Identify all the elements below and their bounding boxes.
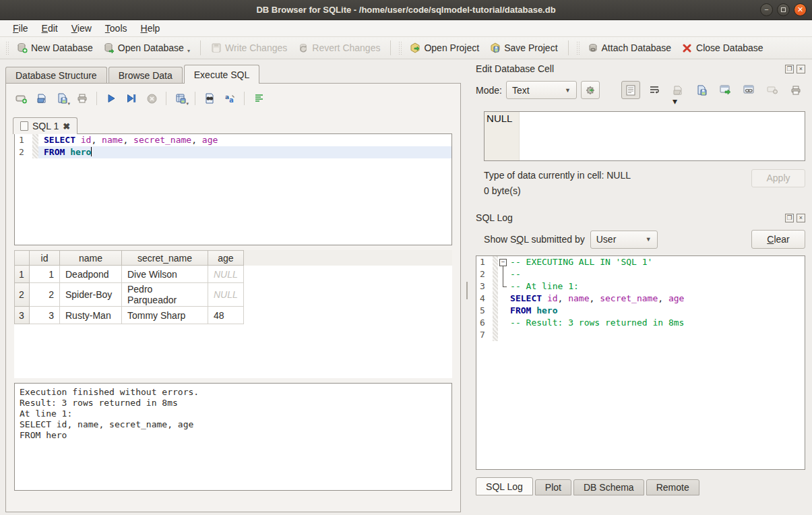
toolbar-drag-handle[interactable]	[5, 41, 9, 55]
cell-age[interactable]: NULL	[208, 266, 244, 283]
cell-info: Type of data currently in cell: NULL 0 b…	[469, 161, 812, 199]
save-as-icon	[696, 85, 707, 96]
sql-file-tabs: SQL 1 ✖	[6, 116, 460, 134]
open-in-external-app-button[interactable]	[716, 81, 735, 99]
window-title: DB Browser for SQLite - /home/user/code/…	[0, 5, 812, 15]
sql-log-view[interactable]: 1-- EXECUTING ALL IN 'SQL 1' 2-- 3-- At …	[476, 255, 805, 470]
column-header-id[interactable]: id	[30, 251, 60, 266]
editor-results-splitter[interactable]	[6, 245, 460, 250]
new-database-button[interactable]: New Database	[11, 40, 98, 56]
cell-id[interactable]: 3	[30, 307, 60, 324]
column-header-secret-name[interactable]: secret_name	[122, 251, 208, 266]
float-dock-icon[interactable]: ❐	[785, 214, 794, 222]
auto-switch-mode-button[interactable]	[581, 81, 600, 99]
tab-database-structure[interactable]: Database Structure	[5, 67, 107, 84]
attach-database-button[interactable]: Attach Database	[582, 40, 677, 56]
close-dock-icon[interactable]: ×	[797, 214, 805, 222]
revert-changes-button: Revert Changes	[292, 40, 385, 56]
save-results-button[interactable]: ▾	[172, 90, 189, 107]
menu-help[interactable]: Help	[135, 22, 166, 35]
line-number: 1	[15, 134, 32, 146]
sql-file-tab[interactable]: SQL 1 ✖	[13, 117, 77, 134]
minimize-button[interactable]: −	[760, 3, 773, 16]
find-replace-button[interactable]	[201, 90, 218, 107]
edit-cell-title: Edit Database Cell	[476, 63, 785, 74]
write-changes-button: Write Changes	[206, 40, 292, 56]
word-wrap-button[interactable]	[645, 81, 664, 99]
cell-secret-name[interactable]: Tommy Sharp	[122, 307, 208, 324]
tab-plot[interactable]: Plot	[535, 479, 571, 495]
tab-execute-sql[interactable]: Execute SQL	[184, 65, 260, 84]
open-database-dropdown-arrow[interactable]: ▾	[187, 48, 190, 54]
close-dock-icon[interactable]: ×	[797, 65, 805, 73]
copy-link-button[interactable]	[739, 81, 758, 99]
toolbar-drag-handle-3[interactable]	[576, 41, 580, 55]
save-results-icon	[175, 93, 186, 104]
results-header-row: id name secret_name age	[15, 251, 244, 266]
sql-editor[interactable]: 1 SELECT id, name, secret_name, age 2 FR…	[14, 133, 452, 245]
cell-secret-name[interactable]: Pedro Parqueador	[122, 283, 208, 307]
chevron-down-icon: ▼	[565, 87, 571, 94]
open-database-button[interactable]: Open Database ▾	[98, 40, 195, 56]
cell-name[interactable]: Deadpond	[60, 266, 122, 283]
table-row[interactable]: 3 3 Rusty-Man Tommy Sharp 48	[15, 307, 244, 324]
tab-browse-data[interactable]: Browse Data	[108, 67, 183, 84]
cell-secret-name[interactable]: Dive Wilson	[122, 266, 208, 283]
clear-log-button[interactable]: Clear	[751, 230, 805, 249]
text-mode-button[interactable]	[621, 81, 640, 99]
cell-name[interactable]: Rusty-Man	[60, 307, 122, 324]
column-header-name[interactable]: name	[60, 251, 122, 266]
close-button[interactable]: ✕	[794, 3, 807, 16]
cell-id[interactable]: 1	[30, 266, 60, 283]
execute-all-button[interactable]	[102, 90, 120, 107]
menu-tools[interactable]: Tools	[99, 22, 133, 35]
open-sql-file-button[interactable]	[33, 90, 51, 107]
toolbar-drag-handle-2[interactable]	[398, 41, 402, 55]
gear-icon	[585, 85, 596, 96]
open-new-tab-button[interactable]	[13, 90, 30, 107]
open-project-button[interactable]: Open Project	[404, 40, 485, 56]
cell-age[interactable]: NULL	[208, 283, 244, 307]
execute-all-icon	[106, 94, 116, 103]
print-sql-button[interactable]	[73, 90, 91, 107]
corner-header[interactable]	[15, 251, 30, 266]
close-sql-tab-icon[interactable]: ✖	[63, 121, 70, 131]
line-number: 2	[15, 146, 32, 158]
mode-select[interactable]: Text ▼	[506, 81, 577, 99]
column-header-age[interactable]: age	[208, 251, 244, 266]
submitted-by-select[interactable]: User ▼	[590, 231, 658, 249]
cell-name[interactable]: Spider-Boy	[60, 283, 122, 307]
tab-sql-log[interactable]: SQL Log	[476, 477, 533, 495]
float-dock-icon[interactable]: ❐	[785, 65, 794, 73]
write-changes-icon	[211, 42, 222, 53]
tab-db-schema[interactable]: DB Schema	[573, 479, 644, 495]
table-row[interactable]: 2 2 Spider-Boy Pedro Parqueador NULL	[15, 283, 244, 307]
maximize-button[interactable]	[777, 3, 790, 16]
menu-file[interactable]: File	[7, 22, 34, 35]
results-message-splitter[interactable]	[6, 378, 460, 383]
tab-remote[interactable]: Remote	[646, 479, 699, 495]
menu-view[interactable]: View	[65, 22, 98, 35]
save-results-dropdown-arrow[interactable]: ▾	[186, 101, 189, 107]
fold-marker[interactable]	[498, 256, 509, 268]
row-header[interactable]: 1	[15, 266, 30, 283]
cell-id[interactable]: 2	[30, 283, 60, 307]
close-database-button[interactable]: Close Database	[677, 40, 769, 56]
save-sql-dropdown-arrow[interactable]: ▾	[67, 101, 70, 107]
find-icon	[204, 93, 215, 104]
save-sql-file-button[interactable]: ▾	[53, 90, 71, 107]
export-cell-data-button[interactable]	[692, 81, 711, 99]
menu-edit[interactable]: Edit	[36, 22, 64, 35]
format-sql-button[interactable]: aa	[221, 90, 239, 107]
toggle-comment-button[interactable]	[250, 90, 268, 107]
sql-tab-label: SQL 1	[32, 121, 59, 131]
table-row[interactable]: 1 1 Deadpond Dive Wilson NULL	[15, 266, 244, 283]
row-header[interactable]: 3	[15, 307, 30, 324]
cell-age[interactable]: 48	[208, 307, 244, 324]
execute-current-line-button[interactable]	[123, 90, 140, 107]
save-project-button[interactable]: Save Project	[485, 40, 563, 56]
row-header[interactable]: 2	[15, 283, 30, 307]
print-cell-button[interactable]	[786, 81, 805, 99]
cell-content: NULL	[487, 113, 512, 124]
cell-editor-area[interactable]: NULL	[484, 111, 805, 161]
